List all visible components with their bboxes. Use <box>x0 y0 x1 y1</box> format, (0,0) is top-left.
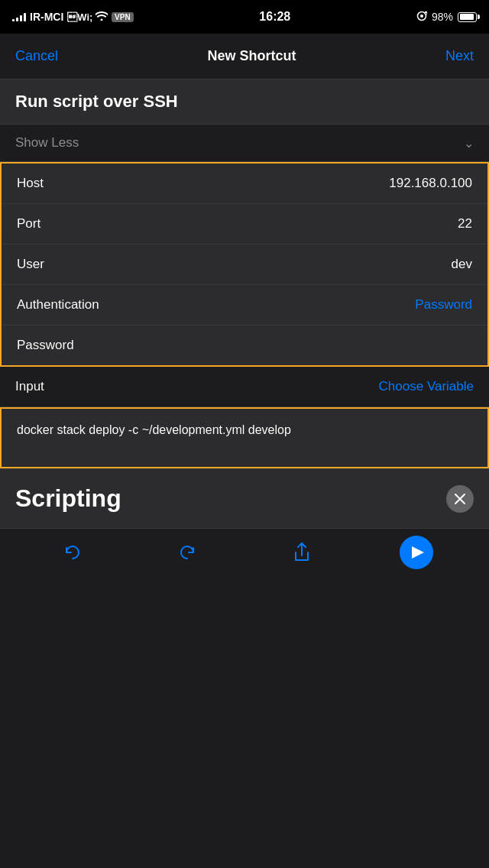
show-less-row[interactable]: Show Less ⌄ <box>0 125 489 162</box>
authentication-label: Authentication <box>17 297 99 313</box>
status-right: 98% <box>416 11 477 24</box>
battery-icon <box>458 12 477 22</box>
svg-point-1 <box>420 15 423 18</box>
bottom-toolbar <box>0 528 489 591</box>
share-icon <box>293 542 311 563</box>
port-value: 22 <box>458 216 472 232</box>
chevron-down-icon: ⌄ <box>464 136 474 151</box>
close-scripting-button[interactable] <box>446 485 474 513</box>
wifi-icon: Wi; <box>67 11 108 23</box>
user-value: dev <box>452 257 472 272</box>
status-time: 16:28 <box>259 10 290 24</box>
redo-icon <box>177 542 197 562</box>
section-title: Run script over SSH <box>15 92 178 111</box>
status-left: IR-MCI Wi; VPN <box>12 11 134 23</box>
close-icon <box>455 494 465 504</box>
ssh-config-group: Host 192.168.0.100 Port 22 User dev Auth… <box>0 162 489 367</box>
input-row[interactable]: Input Choose Variable <box>0 367 489 407</box>
host-value: 192.168.0.100 <box>389 176 472 191</box>
play-icon <box>412 546 424 559</box>
undo-button[interactable] <box>56 536 89 569</box>
play-button[interactable] <box>400 536 433 569</box>
nav-bar: Cancel New Shortcut Next <box>0 34 489 79</box>
host-label: Host <box>17 176 44 191</box>
input-label: Input <box>15 379 44 394</box>
vpn-badge: VPN <box>112 12 134 22</box>
redo-button[interactable] <box>170 536 204 569</box>
show-less-label: Show Less <box>15 135 79 151</box>
section-header: Run script over SSH <box>0 79 489 125</box>
carrier-label: IR-MCI <box>30 11 63 23</box>
status-bar: IR-MCI Wi; VPN 16:28 98% <box>0 0 489 34</box>
signal-bars-icon <box>12 12 26 21</box>
orientation-lock-icon <box>416 11 427 24</box>
cancel-button[interactable]: Cancel <box>15 48 58 64</box>
script-text: docker stack deploy -c ~/development.yml… <box>17 423 291 436</box>
authentication-row[interactable]: Authentication Password <box>2 285 487 326</box>
script-box[interactable]: docker stack deploy -c ~/development.yml… <box>0 407 489 468</box>
user-row[interactable]: User dev <box>2 245 487 285</box>
password-label: Password <box>17 338 74 353</box>
host-row[interactable]: Host 192.168.0.100 <box>2 164 487 204</box>
port-label: Port <box>17 216 40 232</box>
scripting-section: Scripting <box>0 468 489 528</box>
password-row[interactable]: Password <box>2 326 487 365</box>
authentication-value: Password <box>415 297 472 313</box>
port-row[interactable]: Port 22 <box>2 204 487 245</box>
undo-icon <box>63 542 83 562</box>
share-button[interactable] <box>285 536 319 569</box>
next-button[interactable]: Next <box>445 48 474 64</box>
scripting-title: Scripting <box>15 484 121 513</box>
battery-percent: 98% <box>432 11 453 23</box>
user-label: User <box>17 257 44 272</box>
nav-title: New Shortcut <box>208 48 296 64</box>
input-value: Choose Variable <box>379 379 474 394</box>
